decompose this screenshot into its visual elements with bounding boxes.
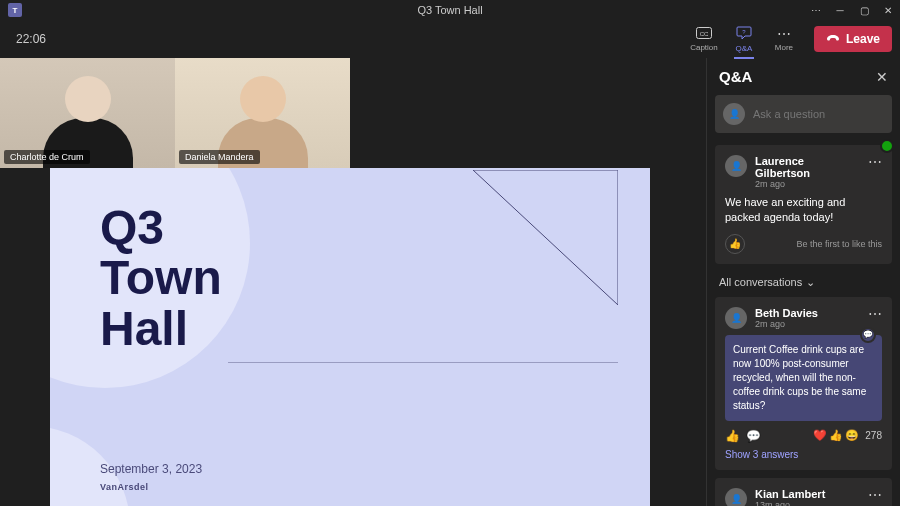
post-time: 2m ago xyxy=(755,179,860,189)
window-maximize-icon[interactable]: ▢ xyxy=(852,0,876,20)
question-bubble: 💬 Current Coffee drink cups are now 100%… xyxy=(725,335,882,421)
leave-button[interactable]: Leave xyxy=(814,26,892,52)
qa-panel: Q&A ✕ 👤 👤 Laurence Gilbertson 2m ago ⋯ W… xyxy=(706,58,900,506)
slide-date: September 3, 2023 xyxy=(100,462,202,476)
post-more-icon[interactable]: ⋯ xyxy=(868,307,882,321)
show-answers-link[interactable]: Show 3 answers xyxy=(725,449,882,460)
thumbs-up-reaction-icon[interactable]: 👍 xyxy=(829,429,843,442)
author-avatar: 👤 xyxy=(725,307,747,329)
question-badge-icon: 💬 xyxy=(860,327,876,343)
post-more-icon[interactable]: ⋯ xyxy=(868,488,882,502)
panel-title: Q&A xyxy=(719,68,752,85)
heart-reaction-icon[interactable]: ❤️ xyxy=(813,429,827,442)
qa-icon: ? xyxy=(736,26,752,43)
window-more-icon[interactable]: ⋯ xyxy=(804,0,828,20)
qa-post: 👤 Laurence Gilbertson 2m ago ⋯ We have a… xyxy=(715,145,892,264)
window-close-icon[interactable]: ✕ xyxy=(876,0,900,20)
author-avatar: 👤 xyxy=(725,155,747,177)
meeting-stage: Charlotte de Crum Daniela Mandera Q3 Tow… xyxy=(0,58,706,506)
svg-text:CC: CC xyxy=(700,31,709,37)
meeting-duration: 22:06 xyxy=(8,32,46,46)
reaction-count: 278 xyxy=(865,430,882,441)
author-name: Laurence Gilbertson xyxy=(755,155,860,179)
post-more-icon[interactable]: ⋯ xyxy=(868,155,882,169)
presence-badge xyxy=(880,139,894,153)
window-title: Q3 Town Hall xyxy=(417,4,482,16)
titlebar: T Q3 Town Hall ⋯ ─ ▢ ✕ xyxy=(0,0,900,20)
reply-icon[interactable]: 💬 xyxy=(746,429,761,443)
more-icon: ⋯ xyxy=(777,26,791,42)
conversation-filter[interactable]: All conversations ⌄ xyxy=(715,272,892,297)
meeting-toolbar: 22:06 CC Caption ? Q&A ⋯ More Leave xyxy=(0,20,900,58)
svg-text:?: ? xyxy=(742,28,746,34)
slide-brand: VanArsdel xyxy=(100,482,149,492)
close-panel-icon[interactable]: ✕ xyxy=(876,69,888,85)
ask-question-input[interactable] xyxy=(753,108,891,120)
laugh-reaction-icon[interactable]: 😄 xyxy=(845,429,859,442)
thumbs-up-reaction[interactable]: 👍 xyxy=(725,429,740,443)
more-button[interactable]: ⋯ More xyxy=(766,21,802,57)
author-name: Kian Lambert xyxy=(755,488,860,500)
like-button[interactable]: 👍 xyxy=(725,234,745,254)
slide-decoration-triangle xyxy=(473,170,618,305)
caption-icon: CC xyxy=(696,26,712,42)
phone-hangup-icon xyxy=(826,32,840,46)
self-avatar: 👤 xyxy=(723,103,745,125)
participant-name-label: Daniela Mandera xyxy=(179,150,260,164)
author-name: Beth Davies xyxy=(755,307,860,319)
qa-button[interactable]: ? Q&A xyxy=(726,21,762,57)
caption-button[interactable]: CC Caption xyxy=(686,21,722,57)
video-tile[interactable]: Charlotte de Crum xyxy=(0,58,175,168)
like-prompt: Be the first to like this xyxy=(796,239,882,249)
author-avatar: 👤 xyxy=(725,488,747,506)
video-tile[interactable]: Daniela Mandera xyxy=(175,58,350,168)
qa-post: 👤 Kian Lambert 13m ago ⋯ 💬 xyxy=(715,478,892,506)
window-minimize-icon[interactable]: ─ xyxy=(828,0,852,20)
qa-post: 👤 Beth Davies 2m ago ⋯ 💬 Current Coffee … xyxy=(715,297,892,470)
post-text: We have an exciting and packed agenda to… xyxy=(725,195,882,226)
ask-question-box[interactable]: 👤 xyxy=(715,95,892,133)
teams-app-icon: T xyxy=(8,3,22,17)
post-time: 2m ago xyxy=(755,319,860,329)
chevron-down-icon: ⌄ xyxy=(806,276,815,289)
shared-slide: Q3 Town Hall September 3, 2023 VanArsdel xyxy=(50,168,650,506)
slide-title: Q3 Town Hall xyxy=(100,203,222,354)
participant-name-label: Charlotte de Crum xyxy=(4,150,90,164)
post-time: 13m ago xyxy=(755,500,860,506)
